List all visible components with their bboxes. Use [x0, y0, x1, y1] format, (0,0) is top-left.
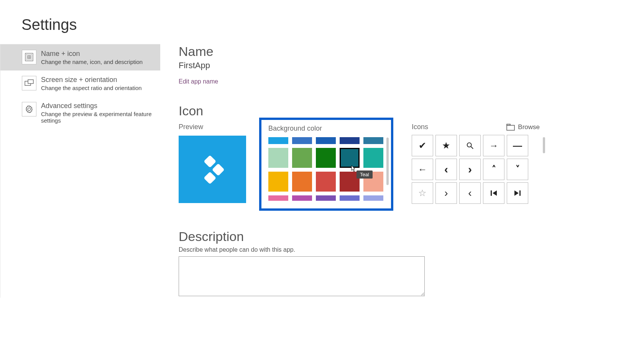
color-swatch[interactable]	[268, 137, 288, 144]
browse-button[interactable]: Browse	[506, 123, 540, 131]
sidebar-item-title: Name + icon	[41, 50, 143, 58]
icon-arrow-right[interactable]: →	[483, 135, 504, 156]
color-swatch[interactable]	[316, 148, 336, 168]
icons-scrollbar[interactable]	[543, 137, 545, 153]
svg-rect-17	[519, 190, 521, 196]
color-swatch[interactable]	[268, 195, 288, 201]
svg-rect-7	[204, 155, 216, 168]
svg-marker-16	[514, 190, 519, 196]
sidebar-item-screen-size[interactable]: Screen size + orientation Change the asp…	[0, 70, 160, 97]
svg-rect-8	[212, 163, 225, 176]
settings-sidebar: Name + icon Change the name, icon, and d…	[0, 44, 160, 298]
icon-star-outline[interactable]: ☆	[412, 182, 433, 204]
color-swatch[interactable]	[316, 137, 336, 144]
icon-section: Icon Preview	[179, 103, 644, 211]
background-color-panel: Background color	[259, 118, 393, 211]
sidebar-item-subtitle: Change the preview & experimental featur…	[41, 111, 154, 124]
name-heading: Name	[179, 44, 644, 59]
preview-tile	[179, 136, 246, 203]
page-title: Settings	[0, 0, 644, 33]
color-swatch[interactable]	[363, 195, 383, 201]
icon-skip-next[interactable]	[507, 182, 528, 204]
content-area: Name + icon Change the name, icon, and d…	[0, 44, 644, 298]
icon-chevron-right-bold[interactable]: ›	[459, 159, 481, 180]
sidebar-item-title: Screen size + orientation	[41, 76, 142, 84]
icon-check[interactable]: ✔	[412, 135, 433, 156]
svg-rect-10	[507, 125, 514, 130]
icon-search[interactable]	[459, 135, 481, 156]
color-swatch-teal[interactable]	[340, 148, 360, 168]
sidebar-item-subtitle: Change the aspect ratio and orientation	[41, 85, 142, 91]
folder-icon	[506, 124, 515, 131]
color-swatch[interactable]	[292, 172, 312, 192]
description-textarea[interactable]	[179, 256, 425, 296]
icons-grid: ✔ ★ → — ← ‹ › ˄ ˅ ☆ › ‹	[412, 135, 540, 204]
sidebar-item-title: Advanced settings	[41, 102, 154, 110]
description-section: Description Describe what people can do …	[179, 229, 644, 298]
svg-marker-15	[493, 190, 497, 196]
name-section: Name FirstApp Edit app name	[179, 44, 644, 85]
app-name-value: FirstApp	[179, 61, 644, 70]
color-swatch[interactable]	[363, 137, 383, 144]
app-preview-icon	[195, 152, 230, 187]
svg-rect-6	[28, 80, 33, 84]
sidebar-item-advanced[interactable]: Advanced settings Change the preview & e…	[0, 97, 160, 129]
sidebar-item-subtitle: Change the name, icon, and description	[41, 59, 143, 65]
gear-icon	[22, 102, 36, 116]
description-subtitle: Describe what people can do with this ap…	[179, 246, 644, 253]
browse-label: Browse	[518, 123, 540, 131]
color-swatch[interactable]	[268, 148, 288, 168]
color-swatch[interactable]	[316, 195, 336, 201]
color-swatch[interactable]	[340, 137, 360, 144]
icon-chevron-left-bold[interactable]: ‹	[435, 159, 457, 180]
svg-rect-9	[204, 172, 216, 184]
color-swatch[interactable]	[363, 148, 383, 168]
svg-rect-14	[491, 190, 492, 196]
color-swatch[interactable]	[340, 172, 360, 192]
color-swatch[interactable]	[316, 172, 336, 192]
name-icon-icon	[22, 50, 36, 64]
color-swatch[interactable]	[292, 137, 312, 144]
main-panel: Name FirstApp Edit app name Icon Preview	[160, 44, 644, 298]
edit-app-name-link[interactable]: Edit app name	[179, 78, 218, 85]
icon-star-filled[interactable]: ★	[435, 135, 457, 156]
color-swatch[interactable]	[292, 195, 312, 201]
description-heading: Description	[179, 229, 644, 244]
screen-size-icon	[22, 76, 36, 90]
icon-minus[interactable]: —	[507, 135, 528, 156]
svg-rect-11	[507, 124, 510, 125]
color-swatch[interactable]	[292, 148, 312, 168]
bg-color-grid	[268, 137, 383, 201]
color-swatch[interactable]	[340, 195, 360, 201]
icon-chevron-down[interactable]: ˅	[507, 159, 528, 180]
color-swatch[interactable]	[268, 172, 288, 192]
bg-scrollbar[interactable]	[386, 138, 389, 185]
bg-color-label: Background color	[268, 125, 383, 133]
svg-line-13	[471, 147, 473, 149]
icon-chevron-left-thin[interactable]: ‹	[459, 182, 481, 204]
sidebar-item-name-icon[interactable]: Name + icon Change the name, icon, and d…	[0, 44, 160, 70]
icons-label: Icons	[412, 123, 428, 131]
icon-skip-previous[interactable]	[483, 182, 504, 204]
icon-heading: Icon	[179, 103, 644, 118]
preview-label: Preview	[179, 123, 259, 131]
icon-chevron-up[interactable]: ˄	[483, 159, 504, 180]
preview-column: Preview	[179, 123, 259, 203]
icons-column: Icons Browse ✔ ★	[412, 123, 540, 204]
svg-point-12	[467, 143, 472, 147]
icon-chevron-right-thin[interactable]: ›	[435, 182, 457, 204]
icon-arrow-left[interactable]: ←	[412, 159, 433, 180]
color-swatch[interactable]	[363, 172, 383, 192]
